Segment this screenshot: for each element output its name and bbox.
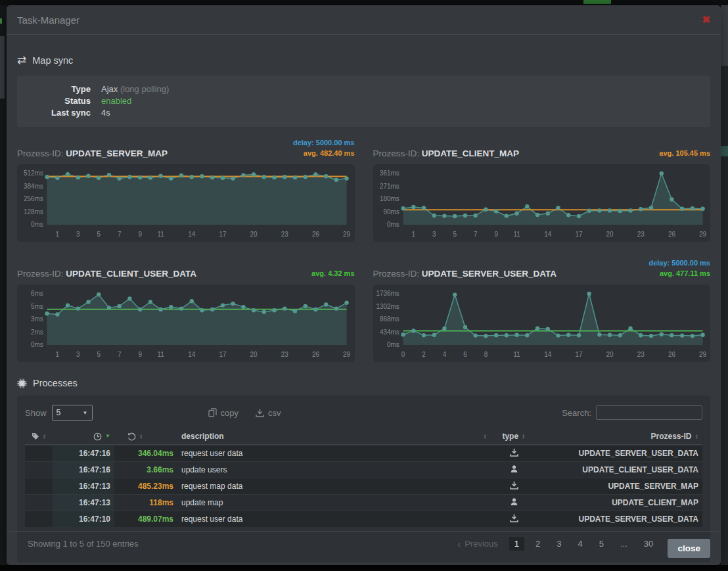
duration-cell: 346.04ms [114,449,177,458]
data-point [648,206,652,210]
data-point [493,333,497,337]
x-tick-label: 9 [494,231,498,238]
charts-grid: Prozess-ID: UPDATE_SERVER_MAPdelay: 5000… [17,136,710,362]
data-point [86,174,90,178]
x-tick-label: 3 [432,231,436,238]
page-background-right [721,5,728,565]
x-tick-label: 7 [473,231,477,238]
y-tick-label: 512ms [24,170,43,177]
data-point [618,209,622,213]
y-tick-label: 128ms [24,208,43,216]
csv-button[interactable]: csv [256,408,281,418]
column-duration[interactable]: ▲▼ [114,432,177,441]
data-point [76,175,80,179]
chart-plot: 0ms90ms180ms271ms361ms135791114172023262… [373,164,711,242]
x-tick-label: 7 [118,231,122,238]
data-point [473,214,477,217]
data-point [607,333,611,337]
close-icon[interactable]: ✖ [702,14,710,26]
chart-head: Prozess-ID: UPDATE_CLIENT_MAPavg. 105.45… [373,136,711,158]
x-tick-label: 23 [281,231,288,238]
close-button[interactable]: close [668,539,710,558]
x-tick-label: 14 [544,351,551,358]
data-point [432,333,436,337]
table-row[interactable]: 16:47:10489.07msrequest user dataUPDATE_… [25,511,702,527]
column-type[interactable]: type ▲▼ [491,432,537,441]
download-icon [256,409,264,417]
x-tick-label: 29 [699,351,706,358]
data-point [597,332,601,336]
map-sync-info-box: Type Ajax (long polling) Status enabled … [17,76,710,127]
data-point [76,306,80,310]
column-description[interactable]: description ▲▼ [177,432,491,441]
data-point [55,176,59,180]
data-point [545,212,549,216]
x-tick-label: 9 [138,351,142,358]
x-tick-label: 14 [188,231,195,238]
chart-block-update_client_user_data: Prozess-ID: UPDATE_CLIENT_USER_DATAavg. … [17,256,355,362]
x-tick-label: 11 [157,351,164,358]
data-point [293,175,297,179]
column-status[interactable]: ▲▼ [25,432,53,440]
copy-button[interactable]: copy [208,408,239,418]
data-point [639,207,643,211]
process-id-cell: UPDATE_CLIENT_USER_DATA [537,465,702,474]
chart-panel: 0ms2ms3ms5ms6ms1357911141720232629 [17,285,355,362]
data-point [576,214,580,218]
type-cell [491,514,537,524]
data-point [210,308,214,311]
table-row[interactable]: 16:47:163.66msupdate usersUPDATE_CLIENT_… [25,461,702,478]
x-tick-label: 14 [188,351,195,358]
y-tick-label: 256ms [24,195,43,202]
data-point [127,296,131,300]
page-title: Task-Manager [17,14,80,26]
process-id-cell: UPDATE_SERVER_USER_DATA [537,449,702,458]
background-fragment [0,18,2,24]
table-row[interactable]: 16:47:13485.23msrequest map dataUPDATE_S… [25,478,702,494]
data-point [473,333,477,337]
data-point [421,206,425,210]
x-tick-label: 2 [422,351,426,358]
x-tick-label: 8 [484,351,488,358]
data-point [566,333,570,337]
task-manager-modal: Task-Manager ✖ ⇄ Map sync Type Ajax (lon… [7,5,721,565]
table-row[interactable]: 16:47:13118msupdate mapUPDATE_CLIENT_MAP [25,494,702,511]
info-label: Type [28,83,91,95]
y-tick-label: 0ms [386,341,399,348]
page-background-bottom [0,565,728,571]
chart-head: Prozess-ID: UPDATE_SERVER_MAPdelay: 5000… [17,136,355,158]
y-tick-label: 180ms [379,195,399,202]
info-extra: (long polling) [120,84,169,94]
x-tick-label: 26 [668,351,675,358]
data-point [453,292,457,296]
column-process-id[interactable]: Prozess-ID ▲▼ [537,432,702,441]
data-point [45,175,49,179]
y-tick-label: 3ms [31,315,43,323]
x-tick-label: 26 [312,231,319,238]
table-header-row: ▲▼ ▼ ▲▼ [25,428,702,445]
search-input[interactable] [596,405,702,420]
data-point [700,207,704,211]
data-point [504,214,508,217]
table-row[interactable]: 16:47:16346.04msrequest user dataUPDATE_… [25,445,702,461]
csv-button-label: csv [268,408,281,418]
data-point [659,332,663,336]
data-point [272,308,276,312]
x-tick-label: 1 [56,231,60,238]
show-entries-select[interactable]: 5 ▼ [52,405,93,421]
chart-stats: delay: 5000.00 msavg. 482.40 ms [293,137,355,158]
x-tick-label: 4 [442,351,446,358]
data-point [252,172,256,176]
chart-title: Prozess-ID: UPDATE_CLIENT_USER_DATA [17,269,196,279]
column-time[interactable]: ▼ [53,432,114,441]
y-tick-label: 1302ms [376,303,399,310]
data-point [432,214,436,217]
data-point [97,176,101,180]
x-tick-label: 29 [343,351,350,358]
data-point [97,292,101,296]
chart-head: Prozess-ID: UPDATE_SERVER_USER_DATAdelay… [373,256,711,279]
x-tick-label: 29 [699,231,706,238]
data-point [304,304,307,308]
processes-table: ▲▼ ▼ ▲▼ [25,428,702,527]
map-sync-heading-label: Map sync [32,55,73,66]
